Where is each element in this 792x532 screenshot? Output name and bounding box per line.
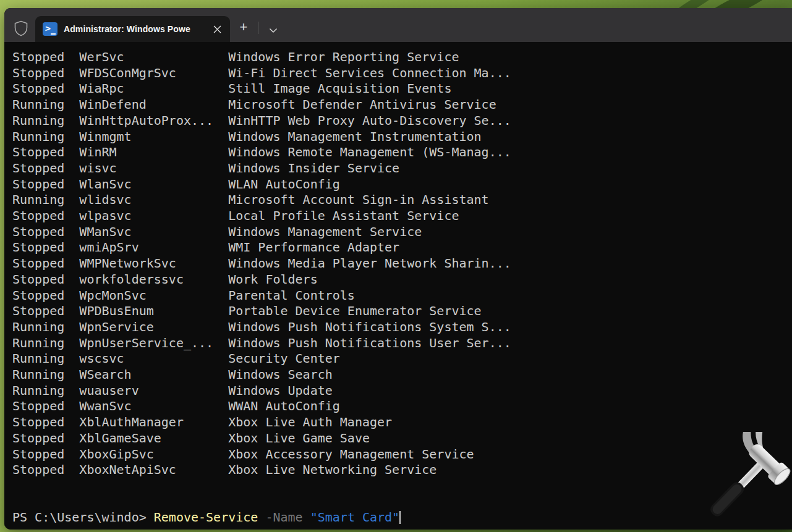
table-row: Stopped workfolderssvc Work Folders (12, 272, 792, 288)
powershell-icon: > (43, 22, 57, 36)
admin-shield-icon (12, 20, 30, 37)
table-row: Stopped WwanSvc WWAN AutoConfig (12, 399, 792, 415)
titlebar[interactable]: > Administrator: Windows Powe + (4, 8, 792, 42)
tab-title: Administrator: Windows Powe (64, 24, 204, 34)
table-row: Running wuauserv Windows Update (12, 383, 792, 399)
command-line[interactable]: PS C:\Users\windo> Remove-Service -Name … (12, 510, 792, 526)
chevron-down-icon[interactable] (264, 21, 283, 40)
table-row: Stopped WiaRpc Still Image Acquisition E… (12, 81, 792, 97)
table-row: Stopped WMPNetworkSvc Windows Media Play… (12, 256, 792, 272)
parameter-text: -Name (265, 510, 302, 525)
table-row: Stopped wmiApSrv WMI Performance Adapter (12, 240, 792, 256)
table-row: Stopped XboxGipSvc Xbox Accessory Manage… (12, 447, 792, 463)
table-row: Stopped WlanSvc WLAN AutoConfig (12, 177, 792, 193)
table-row: Stopped WManSvc Windows Management Servi… (12, 224, 792, 240)
table-row: Stopped WinRM Windows Remote Management … (12, 145, 792, 161)
terminal-window: > Administrator: Windows Powe + Stopped … (4, 8, 792, 530)
table-row: Running wlidsvc Microsoft Account Sign-i… (12, 192, 792, 208)
terminal-content[interactable]: Stopped WerSvc Windows Error Reporting S… (4, 42, 792, 530)
argument-text: "Smart Card" (310, 510, 400, 525)
prompt-path: PS C:\Users\windo> (12, 510, 154, 525)
command-text: Remove-Service (154, 510, 258, 525)
table-row: Stopped WPDBusEnum Portable Device Enume… (12, 303, 792, 319)
table-row: Running WinHttpAutoProx... WinHTTP Web P… (12, 113, 792, 129)
table-row: Stopped wisvc Windows Insider Service (12, 161, 792, 177)
hammer-cursor (697, 432, 791, 531)
table-row: Stopped wlpasvc Local Profile Assistant … (12, 208, 792, 224)
table-row: Stopped WerSvc Windows Error Reporting S… (12, 49, 792, 65)
table-row: Running WpnUserService_... Windows Push … (12, 336, 792, 352)
table-row: Stopped XboxNetApiSvc Xbox Live Networki… (12, 462, 792, 478)
blank-line (12, 494, 792, 510)
tab-powershell[interactable]: > Administrator: Windows Powe (35, 16, 230, 42)
table-row: Running wscsvc Security Center (12, 351, 792, 367)
table-row: Stopped XblAuthManager Xbox Live Auth Ma… (12, 415, 792, 431)
table-row: Stopped XblGameSave Xbox Live Game Save (12, 431, 792, 447)
text-cursor (399, 511, 401, 524)
titlebar-divider (258, 22, 258, 34)
table-row: Stopped WpcMonSvc Parental Controls (12, 288, 792, 304)
service-list: Stopped WerSvc Windows Error Reporting S… (12, 49, 792, 478)
close-icon[interactable] (210, 22, 224, 36)
table-row: Running Winmgmt Windows Management Instr… (12, 129, 792, 145)
table-row: Running WSearch Windows Search (12, 367, 792, 383)
table-row: Running WinDefend Microsoft Defender Ant… (12, 97, 792, 113)
table-row: Running WpnService Windows Push Notifica… (12, 319, 792, 336)
blank-line (12, 478, 792, 494)
new-tab-button[interactable]: + (234, 18, 253, 36)
table-row: Stopped WFDSConMgrSvc Wi-Fi Direct Servi… (12, 65, 792, 82)
